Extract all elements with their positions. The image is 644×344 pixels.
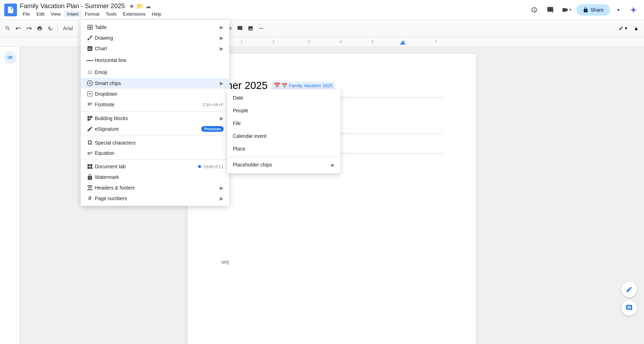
submenu-item-placeholder-chips[interactable]: Placeholder chips ▶: [227, 158, 340, 171]
menu-extensions[interactable]: Extensions: [120, 11, 148, 17]
search-toolbar-btn[interactable]: [3, 23, 13, 33]
more-toolbar-btn[interactable]: [256, 23, 266, 33]
menu-item-special-characters[interactable]: Ω Special characters: [81, 137, 229, 148]
star-icon[interactable]: ★: [129, 3, 134, 10]
document-tab-icon: [85, 163, 95, 170]
calendar-icon: 📅: [274, 82, 280, 89]
headers-footers-icon: [85, 185, 95, 191]
redo-btn[interactable]: [24, 23, 34, 33]
insert-image-btn[interactable]: [246, 23, 255, 33]
page-numbers-label: Page numbers: [95, 196, 220, 201]
menu-item-equation[interactable]: π² Equation: [81, 148, 229, 158]
share-label: Share: [591, 7, 604, 13]
svg-text:1: 1: [241, 40, 243, 44]
table-arrow: ▶: [220, 24, 224, 30]
menu-item-drawing[interactable]: Drawing ▶: [81, 33, 229, 43]
placeholder-chips-label: Placeholder chips: [233, 162, 272, 168]
date-label: Date: [233, 95, 243, 101]
svg-text:5: 5: [372, 40, 374, 44]
emoji-label: Emoji: [95, 69, 224, 75]
submenu-divider: [227, 157, 340, 157]
meet-button[interactable]: ▾: [560, 4, 573, 16]
comment-float-btn[interactable]: [621, 300, 637, 316]
footnote-label: Footnote: [95, 102, 203, 107]
headers-footers-label: Headers & footers: [95, 185, 220, 191]
doc-title: Family Vacation Plan - Summer 2025 ★ 📁 ☁: [20, 2, 525, 10]
menu-item-footnote[interactable]: Footnote Ctrl+Alt+F: [81, 99, 229, 110]
menu-item-emoji[interactable]: ☺ Emoji: [81, 66, 229, 78]
doc-icon: [4, 4, 17, 16]
building-blocks-label: Building blocks: [95, 115, 220, 121]
dropdown-label: Dropdown: [95, 91, 224, 97]
menu-insert[interactable]: Insert: [64, 11, 81, 17]
cloud-icon[interactable]: ☁: [145, 3, 151, 10]
horizontal-line-icon: —: [85, 56, 95, 64]
svg-rect-17: [88, 188, 92, 188]
comments-button[interactable]: [544, 4, 557, 16]
chart-label: Chart: [95, 46, 220, 51]
file-label: File: [233, 120, 241, 126]
menu-item-page-numbers[interactable]: # Page numbers ▶: [81, 193, 229, 204]
chart-arrow: ▶: [220, 46, 224, 51]
svg-text:2: 2: [272, 40, 275, 44]
building-blocks-arrow: ▶: [220, 115, 224, 121]
premium-badge: Premium: [201, 126, 224, 132]
table-icon: [85, 24, 95, 30]
menu-item-horizontal-line[interactable]: — Horizontal line: [81, 54, 229, 66]
edit-mode-btn[interactable]: ▾: [616, 23, 630, 33]
page-numbers-icon: #: [85, 195, 95, 202]
title-area: Family Vacation Plan - Summer 2025 ★ 📁 ☁…: [20, 2, 525, 17]
footnote-shortcut: Ctrl+Alt+F: [203, 102, 224, 107]
title-bar: Family Vacation Plan - Summer 2025 ★ 📁 ☁…: [0, 0, 644, 20]
submenu-item-calendar-event[interactable]: Calendar event: [227, 130, 340, 142]
collapse-toolbar-btn[interactable]: ▲: [631, 23, 641, 33]
menu-item-watermark[interactable]: Watermark: [81, 172, 229, 182]
history-button[interactable]: [528, 4, 540, 16]
menu-format[interactable]: Format: [82, 11, 102, 17]
menu-item-dropdown[interactable]: Dropdown: [81, 89, 229, 99]
calendar-chip[interactable]: 📅 📅 Family Vacation 2025: [272, 81, 335, 89]
building-blocks-icon: [85, 115, 95, 122]
special-characters-label: Special characters: [95, 140, 224, 146]
outline-button[interactable]: [4, 51, 16, 64]
submenu-item-date[interactable]: Date: [227, 91, 340, 104]
submenu-item-people[interactable]: People: [227, 104, 340, 117]
edit-float-btn[interactable]: [621, 282, 637, 297]
headers-footers-arrow: ▶: [220, 185, 224, 191]
menu-item-building-blocks[interactable]: Building blocks ▶: [81, 113, 229, 124]
menu-file[interactable]: File: [20, 11, 33, 17]
undo-btn[interactable]: [13, 23, 23, 33]
menu-edit[interactable]: Edit: [34, 11, 47, 17]
menu-item-esignature[interactable]: eSignature Premium: [81, 124, 229, 134]
menu-item-chart[interactable]: Chart ▶: [81, 43, 229, 54]
menu-item-table[interactable]: Table ▶: [81, 22, 229, 33]
comment-btn[interactable]: [235, 23, 245, 33]
equation-icon: π²: [85, 151, 95, 156]
print-btn[interactable]: [35, 23, 45, 33]
calendar-event-label: Calendar event: [233, 133, 266, 139]
footnote-icon: [85, 101, 95, 108]
equation-label: Equation: [95, 150, 224, 156]
left-panel: [0, 47, 20, 344]
doc-title-text: Family Vacation Plan - Summer 2025: [20, 2, 125, 10]
share-button[interactable]: Share: [576, 4, 610, 16]
menu-bar: File Edit View Insert Format Tools Exten…: [20, 11, 525, 17]
menu-tools[interactable]: Tools: [103, 11, 119, 17]
menu-item-headers-footers[interactable]: Headers & footers ▶: [81, 182, 229, 193]
folder-icon[interactable]: 📁: [136, 3, 143, 10]
spellcheck-btn[interactable]: [45, 23, 55, 33]
menu-help[interactable]: Help: [149, 11, 164, 17]
share-dropdown-arrow[interactable]: ▾: [614, 4, 623, 16]
right-controls: ▾ Share ▾: [528, 4, 640, 16]
submenu-item-place[interactable]: Place: [227, 142, 340, 155]
svg-rect-16: [88, 187, 92, 187]
menu-item-document-tab[interactable]: Document tab Shift+F11: [81, 161, 229, 172]
document-tab-shortcut: Shift+F11: [204, 164, 224, 169]
menu-item-smart-chips[interactable]: Smart chips ▶: [81, 78, 229, 89]
special-characters-icon: Ω: [85, 140, 95, 146]
submenu-item-file[interactable]: File: [227, 117, 340, 130]
title-icons: ★ 📁 ☁: [129, 3, 151, 10]
svg-rect-15: [87, 190, 93, 190]
gemini-button[interactable]: [627, 4, 640, 16]
menu-view[interactable]: View: [48, 11, 63, 17]
